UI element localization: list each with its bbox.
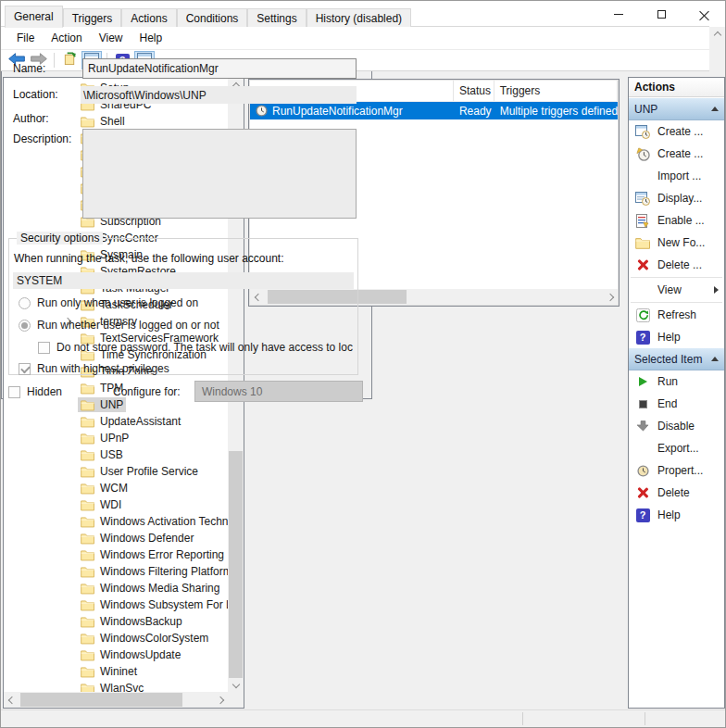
configure-for-dropdown[interactable]: Windows 10 — [194, 381, 363, 402]
strip-divider — [522, 712, 523, 725]
action-item-label: Enable ... — [657, 214, 705, 227]
maximize-button[interactable] — [640, 1, 682, 27]
hidden-label: Hidden — [27, 385, 62, 398]
location-label: Location: — [13, 88, 58, 101]
security-options-group: Security options When running the task, … — [8, 238, 358, 375]
strip-divider — [645, 712, 645, 725]
action-item-label: Refresh — [657, 308, 696, 321]
action-item-label: New Fo... — [657, 236, 705, 249]
name-label: Name: — [13, 62, 45, 75]
collapse-arrow-icon — [711, 107, 719, 111]
action-item-label: Create ... — [657, 125, 703, 138]
actions-pane: Actions UNPCreate ...Create ...Import ..… — [628, 77, 725, 709]
delete-icon — [633, 259, 652, 270]
action-item-export-[interactable]: Export... — [629, 437, 724, 459]
tab-conditions[interactable]: Conditions — [177, 8, 248, 27]
action-item-label: Delete ... — [657, 258, 702, 271]
chevron-up-icon — [713, 31, 720, 38]
close-icon — [699, 9, 709, 19]
action-item-create-[interactable]: Create ... — [629, 143, 724, 165]
configure-row: Hidden Configure for: Windows 10 — [8, 381, 707, 403]
new-folder-icon — [633, 237, 652, 249]
task-name-field[interactable]: RunUpdateNotificationMgr — [82, 58, 357, 79]
actions-section-title: Selected Item — [634, 353, 702, 366]
author-label: Author: — [13, 112, 49, 125]
actions-section-header-unp[interactable]: UNP — [629, 98, 724, 120]
security-options-label: Security options — [17, 232, 103, 245]
general-tab-content: Name: RunUpdateNotificationMgr Location:… — [1, 26, 709, 711]
action-item-delete[interactable]: Delete — [629, 482, 724, 504]
actions-sections: UNPCreate ...Create ...Import ...Display… — [629, 98, 724, 708]
scroll-up-button[interactable] — [709, 27, 725, 43]
tab-general[interactable]: General — [5, 6, 63, 28]
task-description-field[interactable] — [82, 129, 357, 219]
radio-label: Run whether user is logged on or not — [37, 319, 219, 332]
action-item-propert-[interactable]: Propert... — [629, 459, 724, 482]
action-item-end[interactable]: End — [629, 393, 724, 415]
checkbox-label: Run with highest privileges — [37, 362, 169, 375]
action-item-delete-[interactable]: Delete ... — [629, 254, 724, 276]
action-item-label: Export... — [657, 442, 699, 455]
create-task-icon — [633, 147, 652, 161]
action-item-import-[interactable]: Import ... — [629, 165, 724, 187]
task-details-panel: GeneralTriggersActionsConditionsSettings… — [1, 1, 372, 399]
actions-pane-title: Actions — [629, 78, 724, 97]
checkbox-checked-icon — [19, 363, 31, 375]
submenu-arrow-icon — [714, 286, 719, 294]
account-prompt: When running the task, use the following… — [14, 252, 284, 265]
action-item-help[interactable]: ?Help — [629, 326, 724, 348]
action-item-view[interactable]: View — [629, 279, 724, 301]
close-button[interactable] — [682, 1, 725, 27]
action-item-refresh[interactable]: Refresh — [629, 304, 724, 326]
action-item-disable[interactable]: Disable — [629, 415, 724, 437]
action-item-display-[interactable]: Display... — [629, 187, 724, 209]
checkbox-hidden[interactable]: Hidden — [8, 385, 62, 398]
action-separator — [631, 302, 722, 303]
action-item-label: View — [657, 283, 682, 296]
details-tabs: GeneralTriggersActionsConditionsSettings… — [5, 6, 411, 27]
minimize-button[interactable] — [597, 1, 640, 27]
tab-history-disabled-[interactable]: History (disabled) — [307, 8, 411, 27]
action-item-label: Import ... — [657, 169, 701, 182]
action-item-enable-[interactable]: Enable ... — [629, 209, 724, 232]
action-item-label: Help — [657, 508, 681, 521]
action-item-label: Display... — [657, 192, 702, 205]
action-item-label: Help — [657, 331, 681, 344]
action-item-help[interactable]: ?Help — [629, 504, 724, 526]
collapse-arrow-icon — [711, 357, 719, 361]
radio-run-logged-on-or-not[interactable]: Run whether user is logged on or not — [19, 319, 356, 332]
help-icon: ? — [633, 331, 652, 345]
minimize-icon — [614, 14, 623, 15]
display-running-tasks-icon — [633, 192, 652, 206]
run-icon — [633, 377, 652, 386]
checkbox-run-highest-privileges[interactable]: Run with highest privileges — [19, 362, 356, 375]
refresh-icon — [633, 308, 652, 322]
maximize-icon — [657, 10, 666, 19]
action-item-create-[interactable]: Create ... — [629, 120, 724, 143]
radio-run-logged-on[interactable]: Run only when user is logged on — [19, 296, 356, 309]
actions-section-title: UNP — [634, 103, 657, 116]
task-scheduler-window: Task Scheduler FileActionViewHelp ? Setu… — [0, 0, 726, 728]
checkbox-do-not-store-password[interactable]: Do not store password. The task will onl… — [38, 341, 357, 354]
action-item-new-fo-[interactable]: New Fo... — [629, 232, 724, 254]
tab-triggers[interactable]: Triggers — [63, 8, 122, 27]
radio-selected-icon — [19, 320, 31, 332]
status-strip — [1, 709, 725, 727]
delete-icon — [633, 487, 652, 498]
tab-settings[interactable]: Settings — [247, 8, 306, 27]
action-item-label: Create ... — [657, 147, 703, 160]
actions-section-header-selected-item[interactable]: Selected Item — [629, 348, 724, 370]
help-icon: ? — [633, 508, 652, 522]
window-controls — [597, 1, 725, 27]
checkbox-icon — [38, 342, 50, 354]
task-location-value: \Microsoft\Windows\UNP — [81, 86, 357, 104]
enable-task-history-icon — [633, 214, 652, 228]
properties-clock-icon — [633, 465, 652, 477]
configure-for-label: Configure for: — [113, 385, 181, 398]
create-basic-task-icon — [633, 125, 652, 139]
action-item-run[interactable]: Run — [629, 370, 724, 393]
action-item-label: End — [657, 397, 677, 410]
checkbox-label: Do not store password. The task will onl… — [56, 341, 353, 354]
tab-actions[interactable]: Actions — [121, 8, 176, 27]
action-item-label: Delete — [657, 486, 690, 499]
